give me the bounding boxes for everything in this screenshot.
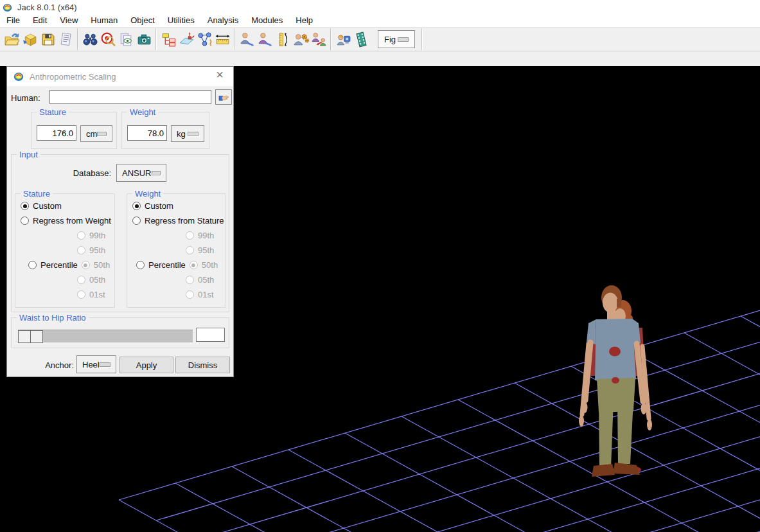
anthropometric-scaling-button[interactable] [274, 29, 292, 49]
database-value: ANSUR [122, 168, 152, 178]
waist-hip-group: Waist to Hip Ratio [11, 317, 229, 348]
toolbar-separator [421, 28, 423, 50]
stature-unit-dropdown[interactable]: cm [80, 125, 112, 142]
hierarchy-tree-icon [161, 31, 177, 48]
menu-item-help[interactable]: Help [289, 14, 319, 27]
dialog-title-bar[interactable]: Anthropometric Scaling × [7, 67, 233, 86]
weight-custom-row: Custom [132, 201, 173, 211]
stature-value-group-label: Stature [37, 107, 69, 117]
dropdown-dash-icon [100, 362, 110, 367]
toolbar-separator [330, 28, 331, 50]
human-arrow-purple-icon [257, 31, 273, 48]
stature-50th-radio [82, 261, 90, 269]
apply-button[interactable]: Apply [119, 357, 173, 373]
menu-item-view[interactable]: View [53, 14, 84, 27]
human-input[interactable] [49, 90, 211, 104]
weight-custom-radio[interactable] [132, 202, 141, 210]
menu-item-file[interactable]: File [0, 14, 26, 27]
find-button[interactable] [81, 29, 99, 49]
weight-percentile-label: Percentile [148, 260, 186, 270]
weight-unit-dropdown[interactable]: kg [171, 125, 204, 142]
save-button[interactable] [39, 29, 57, 49]
paste-human-button[interactable] [256, 29, 274, 49]
stature-05th-row: 05th [77, 275, 105, 285]
dialog-title: Anthropometric Scaling [30, 72, 116, 82]
stature-custom-row: Custom [21, 201, 62, 211]
constraint-graph-button[interactable] [195, 29, 213, 49]
menu-item-modules[interactable]: Modules [245, 14, 289, 27]
stature-value-group: Stature cm [31, 112, 117, 149]
weight-custom-label: Custom [145, 201, 173, 211]
weight-99th-row: 99th [186, 231, 214, 240]
human-attributes-button[interactable] [292, 29, 310, 49]
pointing-hand-icon [218, 93, 230, 102]
weight-50th-radio [190, 261, 198, 269]
fig-dropdown-button[interactable]: Fig [378, 30, 415, 48]
waist-slider-left-button[interactable] [18, 330, 31, 343]
pick-human-button[interactable] [215, 89, 232, 105]
snapshot-button[interactable] [135, 29, 153, 49]
animation-button[interactable] [352, 29, 370, 49]
menu-item-utilities[interactable]: Utilities [161, 14, 201, 27]
menu-item-analysis[interactable]: Analysis [201, 14, 245, 27]
stature-value-input[interactable] [37, 125, 76, 141]
stature-99th-radio [77, 231, 85, 240]
dropdown-dash-icon [398, 37, 409, 42]
stature-50th-label: 50th [94, 260, 110, 270]
script-icon [58, 31, 74, 48]
menu-item-object[interactable]: Object [124, 14, 161, 27]
swap-figures-button[interactable] [310, 29, 328, 49]
stature-unit-label: cm [86, 129, 97, 139]
view-copy-button[interactable] [117, 29, 135, 49]
weight-01st-label: 01st [198, 290, 214, 299]
stature-regress-row: Regress from Weight [21, 216, 111, 226]
weight-unit-label: kg [177, 129, 186, 139]
database-dropdown[interactable]: ANSUR [116, 164, 166, 182]
stature-05th-radio [77, 276, 85, 284]
weight-regress-radio[interactable] [132, 217, 141, 225]
toolbar-separator [77, 28, 78, 50]
measure-button[interactable] [213, 29, 231, 49]
waist-slider-thumb[interactable] [30, 330, 43, 343]
weight-95th-row: 95th [186, 245, 214, 255]
pages-eye-icon [118, 31, 134, 48]
weight-value-group-label: Weight [127, 107, 158, 117]
menu-item-human[interactable]: Human [84, 14, 124, 27]
open-file-button[interactable] [3, 29, 21, 49]
stature-01st-label: 01st [89, 290, 105, 299]
binoculars-icon [82, 31, 98, 48]
object-tree-button[interactable] [159, 29, 177, 49]
anchor-value: Heel [82, 360, 100, 369]
jack-app-icon [3, 3, 12, 12]
script-log-button[interactable] [57, 29, 75, 49]
waist-hip-label: Waist to Hip Ratio [17, 313, 89, 323]
stature-percentile-radio[interactable] [28, 261, 37, 269]
task-simulation-button[interactable] [334, 29, 352, 49]
scene-axes-button[interactable] [177, 29, 195, 49]
weight-99th-label: 99th [198, 231, 214, 240]
stature-custom-radio[interactable] [21, 202, 29, 210]
weight-percentile-row: Percentile 50th [136, 260, 218, 270]
weight-value-input[interactable] [127, 125, 167, 141]
locate-target-button[interactable] [99, 29, 117, 49]
stature-05th-label: 05th [89, 275, 105, 285]
weight-05th-label: 05th [198, 275, 214, 285]
weight-01st-row: 01st [186, 290, 214, 299]
fig-dropdown-label: Fig [384, 35, 396, 44]
scene-plane-icon [179, 31, 195, 48]
stature-95th-radio [77, 246, 85, 254]
copy-human-button[interactable] [238, 29, 256, 49]
stature-regress-radio[interactable] [21, 217, 29, 225]
close-icon[interactable]: × [213, 67, 227, 82]
new-object-button[interactable] [21, 29, 39, 49]
anchor-dropdown[interactable]: Heel [76, 355, 116, 373]
weight-percentile-radio[interactable] [136, 261, 145, 269]
waist-hip-slider-track[interactable] [18, 330, 193, 342]
database-label: Database: [65, 168, 111, 178]
menu-item-edit[interactable]: Edit [26, 14, 53, 27]
weight-value-group: Weight kg [121, 112, 209, 149]
weight-options-label: Weight [132, 189, 163, 199]
dismiss-button[interactable]: Dismiss [175, 357, 230, 373]
waist-hip-value-input[interactable] [196, 328, 225, 342]
scaling-ruler-icon [275, 31, 291, 48]
